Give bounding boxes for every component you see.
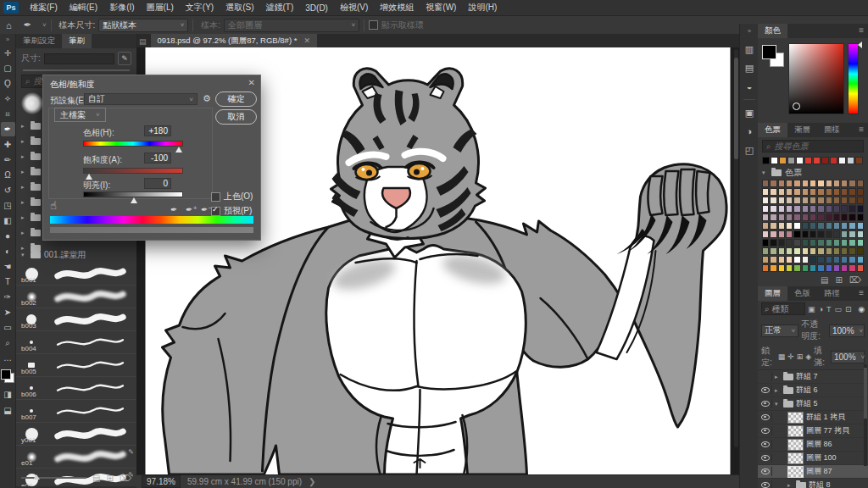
swatch[interactable] [857,239,864,247]
crop-tool[interactable]: ⌗ [1,107,15,121]
swatch[interactable] [793,256,800,263]
layer-row[interactable]: 圖層 86 [758,438,868,452]
swatch[interactable] [826,264,832,272]
chevron-right-icon[interactable]: ▸ [775,374,781,380]
panel-menu-icon[interactable]: ≡ [854,123,868,137]
dock-collapse-icon[interactable]: » [748,27,751,35]
on-image-adjust-icon[interactable]: ☝ [50,199,57,212]
menu-item[interactable]: 編輯(E) [64,0,103,15]
swatch[interactable] [762,230,769,238]
sample-size-select[interactable]: 點狀樣本˅ [98,19,188,32]
dialog-close-icon[interactable]: ✕ [248,78,255,87]
swatch[interactable] [833,197,840,204]
swatch[interactable] [857,230,864,238]
swatch[interactable] [778,256,785,263]
brush-tip-thumbnail[interactable] [21,92,43,114]
chevron-down-icon[interactable]: ▾ [775,401,781,408]
swatch[interactable] [826,256,832,263]
swatch[interactable] [833,264,840,272]
swatch[interactable] [786,188,793,196]
tab-路徑[interactable]: 路徑 [817,286,847,301]
visibility-toggle[interactable] [760,372,772,381]
filter-type-icon[interactable]: T [826,305,832,313]
swatch[interactable] [793,214,800,221]
lightness-value-field[interactable]: 0 [144,178,171,189]
swatch[interactable] [770,247,776,255]
panel-menu-icon[interactable]: ≡ [854,286,868,301]
swatch[interactable] [833,205,840,213]
status-arrow-icon[interactable]: ❯ [309,477,315,486]
tab-圖層[interactable]: 圖層 [758,286,787,301]
swatch[interactable] [770,180,776,187]
swatch[interactable] [770,197,776,204]
swatch[interactable] [849,205,855,213]
brush-item[interactable]: b004 [16,331,136,354]
adjustments-icon[interactable]: ◑ [742,124,757,139]
swatch[interactable] [802,239,809,247]
tab-色版[interactable]: 色版 [787,286,817,301]
brush-preview-size-slider[interactable] [21,477,86,479]
saturation-slider[interactable] [83,168,183,174]
swatch[interactable] [841,264,848,272]
swatch[interactable] [826,239,832,247]
hue-strip-arrow[interactable] [858,42,862,48]
swatch[interactable] [762,205,769,213]
swatch[interactable] [817,264,824,272]
recent-swatch[interactable] [771,157,778,164]
more-tools[interactable]: … [1,351,15,365]
hue-value-field[interactable]: +180 [144,125,171,136]
swatch[interactable] [849,247,855,255]
layer-thumbnail[interactable] [787,439,804,451]
folder-icon[interactable]: ▤ [92,474,100,483]
swatch[interactable] [786,180,793,187]
swatch[interactable] [826,188,832,196]
swatch[interactable] [857,214,864,221]
swatch[interactable] [817,256,824,263]
blend-mode-select[interactable]: 正常˅ [761,324,798,337]
lock-all-icon[interactable]: ◈ [805,352,811,361]
shape-tool[interactable]: ▭ [1,320,15,335]
lasso-tool[interactable]: Ǫ [1,76,15,91]
swatch[interactable] [833,188,840,196]
brush-folder-open-row[interactable]: ▾001.課堂用 [16,247,136,263]
chevron-right-icon[interactable]: ▸ [21,138,27,145]
swatch[interactable] [833,222,840,230]
filter-pixel-icon[interactable]: ▣ [808,305,815,313]
swatch[interactable] [786,264,793,272]
visibility-toggle[interactable] [760,385,772,395]
color-cursor[interactable] [793,103,800,110]
swatch[interactable] [810,256,816,263]
swatch[interactable] [770,239,776,247]
pen-tool[interactable]: ✑ [1,290,15,304]
swatch[interactable] [849,239,855,247]
swatch[interactable] [857,222,864,230]
move-tool[interactable]: ✛ [1,46,15,60]
visibility-toggle[interactable] [760,480,772,488]
screen-mode-button[interactable]: ⬓ [1,403,15,418]
path-select-tool[interactable]: ➤ [1,305,15,319]
layer-thumbnail[interactable] [787,466,804,478]
swatch[interactable] [778,247,785,255]
tab-圖樣[interactable]: 圖樣 [817,123,847,137]
brush-size-slider[interactable] [23,69,130,71]
swatch[interactable] [810,180,816,187]
swatch[interactable] [833,247,840,255]
eyedropper-options-icon[interactable]: ✒ [18,19,37,30]
swatch[interactable] [810,239,816,247]
hue-strip[interactable] [848,43,859,114]
history-brush-tool[interactable]: ↺ [1,183,15,197]
swatch[interactable] [770,214,776,221]
chevron-right-icon[interactable]: ▸ [21,184,27,191]
saturation-value-field[interactable]: -100 [144,152,171,164]
chevron-right-icon[interactable]: ▸ [21,214,27,221]
recent-swatch[interactable] [838,157,846,164]
swatch[interactable] [857,188,864,196]
zoom-tool[interactable]: ⌕ [1,336,15,350]
swatch[interactable] [793,264,800,272]
menu-item[interactable]: 文字(Y) [180,0,220,15]
close-tab-icon[interactable]: ✕ [303,36,310,45]
swatch[interactable] [793,239,800,247]
swatch[interactable] [762,256,769,263]
swatch[interactable] [802,247,809,255]
chevron-down-icon[interactable]: ▾ [21,252,27,258]
